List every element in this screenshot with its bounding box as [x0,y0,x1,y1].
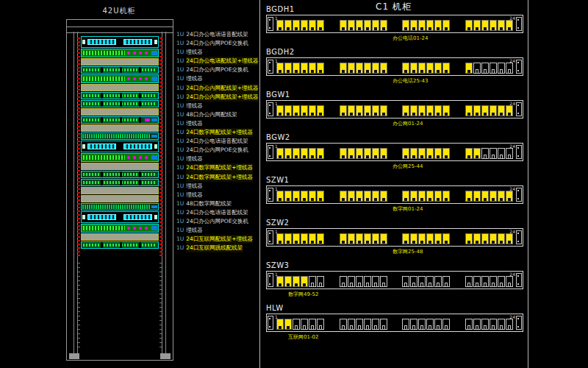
equipment-list-item: 1U24口办公电话语音配线架 [176,137,259,146]
rj45-port-used [410,191,417,202]
equipment-list-item: 1U理线器 [176,102,259,110]
equipment-label: 24口互联网配线架+理线器 [186,235,253,244]
rj45-port-empty [465,276,473,287]
rj45-port-empty [364,276,371,287]
rj45-port-used [402,148,409,159]
port-group [402,148,450,159]
rj45-port-empty [301,319,308,330]
rack-device-poe [81,49,159,57]
device-detail [127,156,148,159]
rj45-port-used [481,191,489,202]
rack-device-stack [81,36,159,249]
rj45-port-empty [506,319,513,330]
panel-SZW3: SZW3 1 24 数字网49-52 [266,261,523,298]
rj45-port-empty [481,63,489,74]
device-detail [151,205,157,208]
rj45-port-used [348,63,355,74]
rj45-port-empty [340,276,347,287]
rj45-port-used [410,63,417,74]
port-group [402,191,450,202]
port-group [276,191,324,202]
device-detail [139,227,142,230]
device-detail [120,180,122,185]
rj45-port-used [426,63,434,74]
rj45-port-used [340,105,347,116]
unit-height-label: 1U [176,155,184,163]
rj45-port-used [372,20,379,31]
rail-marks-right [159,263,162,350]
rj45-port-used [481,20,489,31]
rj45-port-used [473,148,481,159]
rack-device-poe [81,224,159,233]
rj45-port-used [481,105,489,116]
rj45-port-used [301,105,308,116]
rj45-port-used [473,20,481,31]
rj45-port-used [410,105,417,116]
rack-title: 42U机柜 [65,6,173,16]
device-detail [127,52,148,54]
rj45-port-used [284,233,292,244]
rj45-port-used [426,20,434,31]
rj45-port-empty [473,319,481,330]
rack-device-voice [81,36,159,48]
rj45-port-used [498,20,505,31]
patch-panel-body: 1 24 [266,15,523,33]
rj45-port-used [380,233,387,244]
port-group [276,20,324,31]
rack-device-voice [81,141,159,152]
rj45-port-empty [506,148,513,159]
patch-panel-body: 1 24 [266,100,523,118]
unit-height-label: 1U [176,217,184,226]
equipment-label: 理线器 [186,155,203,163]
rj45-port-used [356,233,363,244]
device-detail [127,77,130,80]
rj45-port-used [284,63,292,74]
rj45-port-used [465,63,473,74]
panel-range-label: 数字网01-24 [392,205,523,213]
rj45-port-used [309,148,316,159]
rj45-port-used [276,20,284,31]
rj45-port-used [442,105,450,116]
cad-drawing-canvas: 42U机柜 1U24口办公电话语音配线架1U24口办公内网POE交换机1U理线器… [0,0,588,368]
rj45-port-used [276,276,284,287]
rj45-port-used [465,105,473,116]
panel-range-label: 数字网49-52 [288,291,523,298]
rj45-port-empty [490,319,497,330]
port-row [276,63,513,74]
equipment-list-item: 1U24口办公电话配线架+理线器 [176,57,259,66]
unit-height-label: 1U [176,163,184,172]
device-detail [123,214,151,220]
rj45-port-used [276,191,284,202]
unit-height-label: 1U [176,146,184,155]
rj45-port-used [301,148,308,159]
equipment-list-item: 1U24口办公电话语音配线架 [176,208,259,217]
device-detail [139,93,141,99]
patch-panel-body: 1 24 [266,185,523,204]
unit-height-label: 1U [176,30,184,39]
device-detail [82,40,85,44]
equipment-label: 理线器 [186,48,203,57]
rack-top-frame [67,26,173,33]
rack-ear-left [268,273,273,287]
port-row [276,191,513,202]
device-detail [139,180,141,185]
device-detail [83,51,125,55]
panel-range-label: 互联网01-02 [288,333,523,341]
rj45-port-used [301,20,308,31]
equipment-list-item: 1U理线器 [176,226,259,235]
port-row [276,105,513,116]
rj45-port-used [364,63,371,74]
rj45-port-used [442,148,450,159]
port-group [340,319,387,330]
device-detail [101,117,103,123]
equipment-label: 24口办公电话语音配线架 [186,137,248,146]
rj45-port-empty [506,276,513,287]
device-detail [145,227,148,230]
panel-HLW: HLW 1 24 互联网01-02 [266,304,523,341]
rack-ear-left [268,145,273,159]
rj45-port-used [284,276,292,287]
rj45-port-used [442,191,450,202]
unit-height-label: 1U [176,84,184,93]
device-detail [101,180,103,185]
rj45-port-used [348,191,355,202]
